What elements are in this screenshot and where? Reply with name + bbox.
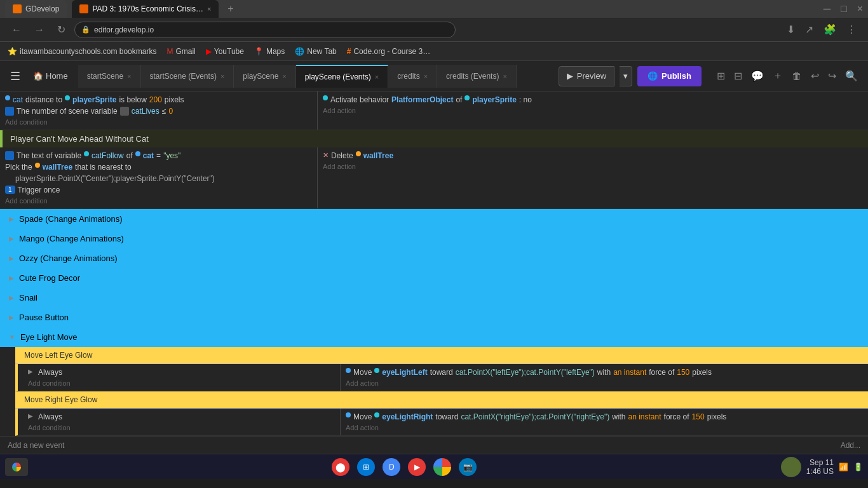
tab-startscene[interactable]: startScene × <box>78 65 141 88</box>
group-ozzy[interactable]: ▶ Ozzy (Change Animations) <box>0 248 868 268</box>
taskbar-icon-camera[interactable]: 📷 <box>459 458 477 476</box>
preview-button[interactable]: ▶ Preview <box>559 66 614 86</box>
hamburger-menu-button[interactable]: ☰ <box>8 67 23 86</box>
browser-nav-bar: ← → ↻ 🔒 editor.gdevelop.io ⬇ ↗ 🧩 ⋮ <box>0 18 868 42</box>
taskbar-icon-youtube[interactable]: ▶ <box>408 458 426 476</box>
download-button[interactable]: ⬇ <box>783 22 799 37</box>
tab-credits-close[interactable]: × <box>424 72 428 80</box>
groups-button[interactable]: ⊟ <box>731 67 745 85</box>
menu-dots-button[interactable]: ⋮ <box>843 22 860 37</box>
action-platformer[interactable]: Activate behavior PlatformerObject of pl… <box>323 94 863 105</box>
new-tab-button[interactable]: + <box>224 3 237 15</box>
tab-startscene-events[interactable]: startScene (Events) × <box>141 65 234 88</box>
browser-tab-2[interactable]: PAD 3: 1970s Economic Crisis… × <box>72 0 219 18</box>
taskbar-avatar[interactable] <box>781 457 801 477</box>
app-header: ☰ 🏠 Home startScene × startScene (Events… <box>0 61 868 92</box>
taskbar: ⬤ ⊞ D ▶ 📷 Sep 11 1:46 US 📶 🔋 <box>0 454 868 479</box>
condition-cat-distance[interactable]: cat distance to playerSprite is below 20… <box>5 94 312 105</box>
event-action-lefteye: Move eyeLightLeft toward cat.PointX("lef… <box>341 364 868 391</box>
add-condition-link-player[interactable]: Add condition <box>5 196 312 206</box>
add-event-link[interactable]: Add a new event <box>8 441 64 450</box>
tab-credits-events[interactable]: credits (Events) × <box>437 65 517 88</box>
group-mango-arrow: ▶ <box>9 235 14 242</box>
condition-catfollow[interactable]: The text of variable catFollow of cat = … <box>5 150 312 161</box>
search-button[interactable]: 🔍 <box>843 67 860 85</box>
tab-playscene[interactable]: playScene × <box>234 65 295 88</box>
action-move-lefteye[interactable]: Move eyeLightLeft toward cat.PointX("lef… <box>346 367 863 378</box>
bookmark-item-gmail[interactable]: M Gmail <box>166 47 195 56</box>
bookmark-item-codeorg[interactable]: # Code.org - Course 3… <box>347 47 430 56</box>
comments-button[interactable]: 💬 <box>749 67 766 85</box>
tab-credits-events-close[interactable]: × <box>503 72 506 80</box>
home-tab[interactable]: 🏠 Home <box>28 69 73 83</box>
undo-button[interactable]: ↩ <box>808 67 822 85</box>
bookmark-item-maps[interactable]: 📍 Maps <box>254 47 285 56</box>
add-condition-link-top[interactable]: Add condition <box>5 117 312 127</box>
condition-catlives[interactable]: The number of scene variable catLives ≤ … <box>5 105 312 117</box>
tab-credits[interactable]: credits × <box>388 65 437 88</box>
maximize-button[interactable]: □ <box>841 3 847 15</box>
condition-always-righteye[interactable]: ▶ Always <box>28 411 335 423</box>
camera-task-icon: 📷 <box>463 463 473 471</box>
tab-playscene-events-close[interactable]: × <box>375 73 379 81</box>
tab-startscene-close[interactable]: × <box>127 72 131 80</box>
tab-startscene-events-close[interactable]: × <box>220 72 224 80</box>
group-pausebtn[interactable]: ▶ Pause Button <box>0 308 868 327</box>
browser-tab-1[interactable]: GDevelop <box>5 0 67 18</box>
extensions-button[interactable]: 🧩 <box>820 22 840 37</box>
objects-panel-button[interactable]: ⊞ <box>714 67 728 85</box>
add-button[interactable]: ＋ <box>770 67 785 85</box>
minimize-button[interactable]: ─ <box>824 3 831 15</box>
publish-button[interactable]: 🌐 Publish <box>637 66 702 86</box>
group-eyelight[interactable]: ▼ Eye Light Move <box>0 327 868 347</box>
eyelightright-icon <box>374 412 379 417</box>
comment-text-player: Player Can't Move Ahead Without Cat <box>10 134 149 144</box>
sub-event-right-eye: Move Right Eye Glow ▶ Always Add conditi… <box>0 391 868 436</box>
start-button[interactable] <box>5 458 28 476</box>
bookmark-item-schools[interactable]: ⭐ itawambacountyschools.com bookmarks <box>8 47 156 56</box>
preview-dropdown-button[interactable]: ▾ <box>620 66 632 86</box>
taskbar-icon-3[interactable]: D <box>383 458 400 476</box>
share-button[interactable]: ↗ <box>801 22 817 37</box>
forward-button[interactable]: → <box>31 23 48 37</box>
add-cond-righteye[interactable]: Add condition <box>28 423 335 433</box>
taskbar-icon-1[interactable]: ⬤ <box>332 458 349 476</box>
group-snail[interactable]: ▶ Snail <box>0 288 868 308</box>
taskbar-icon-chrome[interactable] <box>433 458 451 476</box>
add-action-link-player[interactable]: Add action <box>323 161 863 172</box>
back-button[interactable]: ← <box>8 23 25 37</box>
condition-walltree[interactable]: Pick the wallTree that is nearest to <box>5 161 312 173</box>
condition-always-lefteye[interactable]: ▶ Always <box>28 367 335 378</box>
tab2-label: PAD 3: 1970s Economic Crisis… <box>92 4 203 13</box>
tab-playscene-close[interactable]: × <box>282 72 286 80</box>
catfollow-icon <box>5 151 14 160</box>
redo-button[interactable]: ↪ <box>825 67 839 85</box>
close-button[interactable]: × <box>857 3 863 15</box>
favicon-2 <box>79 4 88 13</box>
bookmark-item-youtube[interactable]: ▶ YouTube <box>206 47 244 56</box>
action-delete-walltree[interactable]: ✕ Delete wallTree <box>323 150 863 161</box>
group-mango[interactable]: ▶ Mango (Change Animations) <box>0 229 868 248</box>
tab-playscene-events[interactable]: playScene (Events) × <box>296 65 389 88</box>
bookmark-item-newtab[interactable]: 🌐 New Tab <box>295 47 336 56</box>
scene-var-icon <box>5 107 14 116</box>
delete-button[interactable]: 🗑 <box>789 68 804 85</box>
group-cutefrog[interactable]: ▶ Cute Frog Decor <box>0 268 868 288</box>
address-bar[interactable]: 🔒 editor.gdevelop.io <box>74 22 456 38</box>
add-cond-lefteye[interactable]: Add condition <box>28 378 335 388</box>
condition-trigger[interactable]: 1 Trigger once <box>5 184 312 196</box>
tab2-close[interactable]: × <box>207 5 211 13</box>
reload-button[interactable]: ↻ <box>53 22 69 37</box>
add-action-righteye[interactable]: Add action <box>346 423 863 433</box>
move-icon-lefteye <box>346 368 351 373</box>
taskbar-icon-2[interactable]: ⊞ <box>357 458 375 476</box>
event-row-player: The text of variable catFollow of cat = … <box>0 147 868 209</box>
add-end-link[interactable]: Add... <box>841 441 860 450</box>
add-action-link-top[interactable]: Add action <box>323 105 863 116</box>
nav-tools: ⬇ ↗ 🧩 ⋮ <box>783 22 860 37</box>
tab1-label: GDevelop <box>25 4 59 13</box>
add-action-lefteye[interactable]: Add action <box>346 378 863 388</box>
action-move-righteye[interactable]: Move eyeLightRight toward cat.PointX("ri… <box>346 411 863 423</box>
move-icon-righteye <box>346 412 351 417</box>
group-spade[interactable]: ▶ Spade (Change Animations) <box>0 209 868 229</box>
